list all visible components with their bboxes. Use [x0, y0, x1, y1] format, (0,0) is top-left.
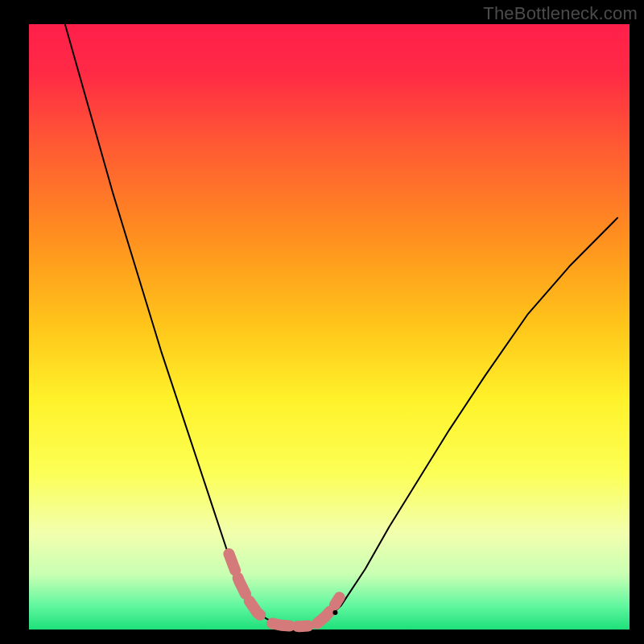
- series-pink-dash-bottom: [272, 623, 308, 626]
- bottleneck-chart: [0, 0, 644, 644]
- annotation-dot: [332, 610, 337, 615]
- watermark-text: TheBottleneck.com: [483, 3, 638, 24]
- chart-frame: TheBottleneck.com: [0, 0, 644, 644]
- plot-background: [29, 24, 630, 630]
